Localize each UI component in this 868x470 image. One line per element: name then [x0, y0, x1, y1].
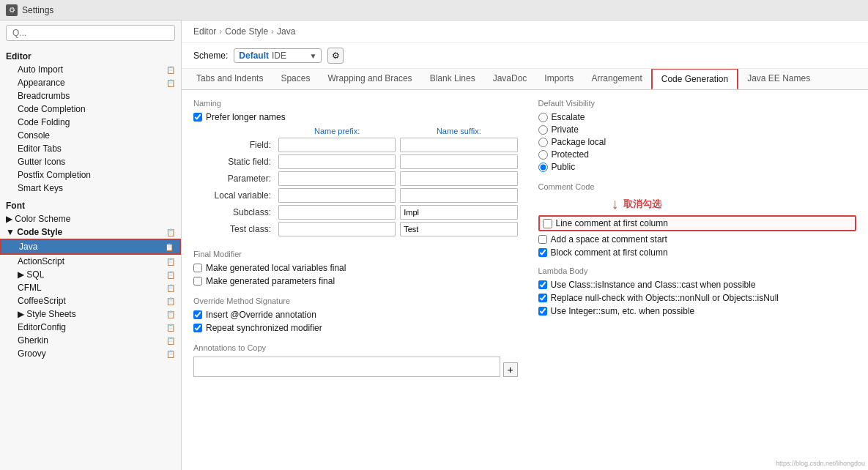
field-suffix-input[interactable]	[400, 138, 517, 152]
name-prefix-header: Name prefix:	[278, 127, 396, 135]
private-label: Private	[552, 124, 579, 135]
sidebar-item-gutter-icons[interactable]: Gutter Icons	[0, 155, 181, 168]
sidebar-item-code-folding[interactable]: Code Folding	[0, 116, 181, 129]
left-column: Naming Prefer longer names Name prefix: …	[193, 99, 518, 461]
scheme-bar: Scheme: Default IDE ▼ ⚙	[182, 43, 868, 69]
use-integer-sum-checkbox[interactable]	[538, 307, 547, 316]
annotations-section: Annotations to Copy +	[193, 343, 518, 377]
sidebar-item-console[interactable]: Console	[0, 129, 181, 142]
scheme-label: Scheme:	[193, 51, 228, 61]
tab-java-ee-names[interactable]: Java EE Names	[738, 69, 819, 90]
add-space-at-comment-label: Add a space at comment start	[551, 234, 667, 245]
public-radio[interactable]	[538, 163, 548, 172]
sidebar-item-gherkin[interactable]: Gherkin 📋	[0, 334, 181, 347]
sidebar-item-breadcrumbs[interactable]: Breadcrumbs	[0, 89, 181, 102]
insert-override-checkbox[interactable]	[193, 310, 202, 319]
sidebar-item-color-scheme[interactable]: ▶ Color Scheme	[0, 212, 181, 225]
public-label: Public	[552, 162, 576, 172]
default-visibility-title: Default Visibility	[538, 99, 857, 108]
sidebar-item-auto-import[interactable]: Auto Import 📋	[0, 63, 181, 76]
test-class-prefix-input[interactable]	[278, 222, 396, 236]
add-space-at-comment-checkbox[interactable]	[538, 235, 547, 244]
sidebar-item-cfml[interactable]: CFML 📋	[0, 281, 181, 294]
tab-imports[interactable]: Imports	[535, 69, 582, 90]
package-local-radio[interactable]	[538, 138, 548, 147]
copy-icon: 📋	[166, 337, 175, 345]
tab-wrapping-and-braces[interactable]: Wrapping and Braces	[319, 69, 420, 90]
sidebar-item-groovy[interactable]: Groovy 📋	[0, 347, 181, 360]
sidebar-item-smart-keys[interactable]: Smart Keys	[0, 182, 181, 195]
panel-body: Naming Prefer longer names Name prefix: …	[182, 90, 868, 470]
sidebar-item-appearance[interactable]: Appearance 📋	[0, 76, 181, 89]
sidebar-item-sql[interactable]: ▶ SQL 📋	[0, 268, 181, 281]
sidebar-section-font[interactable]: Font	[0, 198, 181, 212]
lambda-body-title: Lambda Body	[538, 266, 857, 275]
sidebar-item-editor-tabs[interactable]: Editor Tabs	[0, 142, 181, 155]
public-radio-row: Public	[538, 162, 857, 172]
static-field-suffix-input[interactable]	[400, 154, 517, 169]
tab-tabs-and-indents[interactable]: Tabs and Indents	[188, 69, 272, 90]
make-params-final-checkbox[interactable]	[193, 277, 202, 286]
repeat-synchronized-label: Repeat synchronized modifier	[206, 323, 322, 333]
copy-icon: 📋	[166, 310, 175, 318]
block-comment-first-column-row: Block comment at first column	[538, 247, 857, 258]
sidebar: Editor Auto Import 📋 Appearance 📋 Breadc…	[0, 20, 182, 470]
tab-blank-lines[interactable]: Blank Lines	[421, 69, 484, 90]
add-space-at-comment-row: Add a space at comment start	[538, 234, 857, 245]
tab-javadoc[interactable]: JavaDoc	[484, 69, 536, 90]
scheme-ide-label: IDE	[272, 51, 286, 61]
app-icon: ⚙	[6, 4, 18, 16]
local-variable-prefix-input[interactable]	[278, 188, 396, 203]
main-container: Editor Auto Import 📋 Appearance 📋 Breadc…	[0, 20, 868, 470]
subclass-prefix-input[interactable]	[278, 205, 396, 220]
sidebar-item-actionscript[interactable]: ActionScript 📋	[0, 255, 181, 268]
scheme-select[interactable]: Default IDE ▼	[234, 48, 322, 63]
line-comment-first-column-checkbox[interactable]	[543, 219, 552, 228]
insert-override-row: Insert @Override annotation	[193, 310, 518, 320]
repeat-synchronized-row: Repeat synchronized modifier	[193, 323, 518, 333]
sidebar-item-java[interactable]: Java 📋	[0, 239, 181, 255]
gear-button[interactable]: ⚙	[327, 48, 344, 64]
sidebar-item-style-sheets[interactable]: ▶ Style Sheets 📋	[0, 307, 181, 321]
annotations-add-button[interactable]: +	[503, 362, 518, 377]
annotation-text: 取消勾选	[623, 198, 661, 211]
repeat-synchronized-checkbox[interactable]	[193, 324, 202, 332]
sidebar-item-code-style[interactable]: ▼ Code Style 📋	[0, 225, 181, 239]
static-field-prefix-input[interactable]	[278, 154, 396, 169]
sidebar-section-editor: Editor	[0, 48, 181, 63]
make-local-final-checkbox[interactable]	[193, 264, 202, 272]
line-comment-first-column-label: Line comment at first column	[556, 218, 668, 228]
static-field-label: Static field:	[193, 157, 274, 167]
protected-radio[interactable]	[538, 150, 548, 160]
use-class-isinstance-checkbox[interactable]	[538, 280, 547, 289]
field-label: Field:	[193, 140, 274, 150]
tab-code-generation[interactable]: Code Generation	[651, 69, 738, 90]
annotations-title: Annotations to Copy	[193, 343, 518, 352]
search-input[interactable]	[6, 25, 175, 41]
copy-icon: 📋	[165, 243, 174, 251]
package-local-radio-row: Package local	[538, 137, 857, 147]
private-radio[interactable]	[538, 125, 548, 135]
sidebar-item-coffeescript[interactable]: CoffeeScript 📋	[0, 294, 181, 307]
prefer-longer-names-checkbox[interactable]	[193, 113, 202, 122]
annotations-input[interactable]	[193, 357, 500, 377]
override-method-section: Override Method Signature Insert @Overri…	[193, 296, 518, 333]
tab-spaces[interactable]: Spaces	[272, 69, 319, 90]
replace-null-check-checkbox[interactable]	[538, 294, 547, 302]
parameter-suffix-input[interactable]	[400, 171, 517, 186]
subclass-suffix-input[interactable]	[400, 205, 517, 220]
field-prefix-input[interactable]	[278, 138, 396, 152]
parameter-prefix-input[interactable]	[278, 171, 396, 186]
sidebar-item-code-completion[interactable]: Code Completion	[0, 102, 181, 116]
insert-override-label: Insert @Override annotation	[206, 310, 316, 320]
sidebar-item-postfix-completion[interactable]: Postfix Completion	[0, 168, 181, 182]
local-variable-label: Local variable:	[193, 190, 274, 201]
tab-arrangement[interactable]: Arrangement	[582, 69, 650, 90]
sidebar-item-editorconfig[interactable]: EditorConfig 📋	[0, 321, 181, 334]
test-class-suffix-input[interactable]	[400, 222, 517, 236]
title-bar: ⚙ Settings	[0, 0, 868, 20]
copy-icon: 📋	[166, 350, 175, 358]
block-comment-first-column-checkbox[interactable]	[538, 248, 547, 257]
local-variable-suffix-input[interactable]	[400, 188, 517, 203]
escalate-radio[interactable]	[538, 113, 548, 122]
